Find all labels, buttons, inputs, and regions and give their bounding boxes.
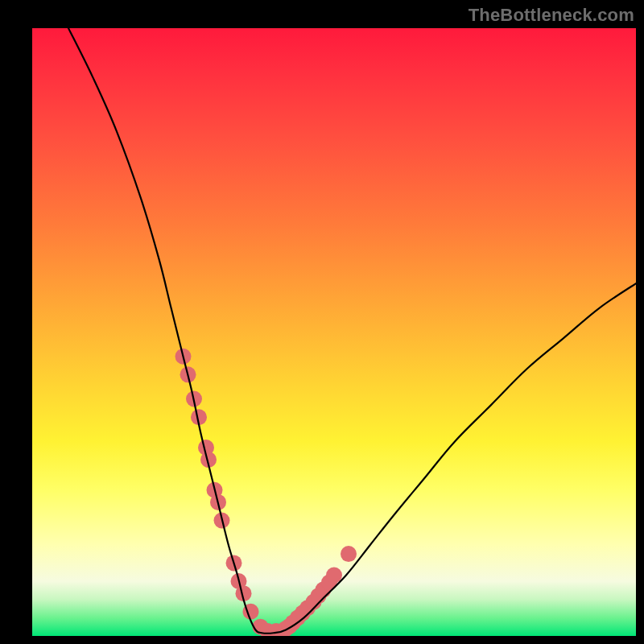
watermark-label: TheBottleneck.com (469, 5, 634, 26)
chart-frame: TheBottleneck.com (0, 0, 644, 644)
chart-svg (32, 28, 636, 636)
marker-dot (341, 546, 357, 562)
plot-area (32, 28, 636, 636)
curve-path (68, 28, 636, 634)
